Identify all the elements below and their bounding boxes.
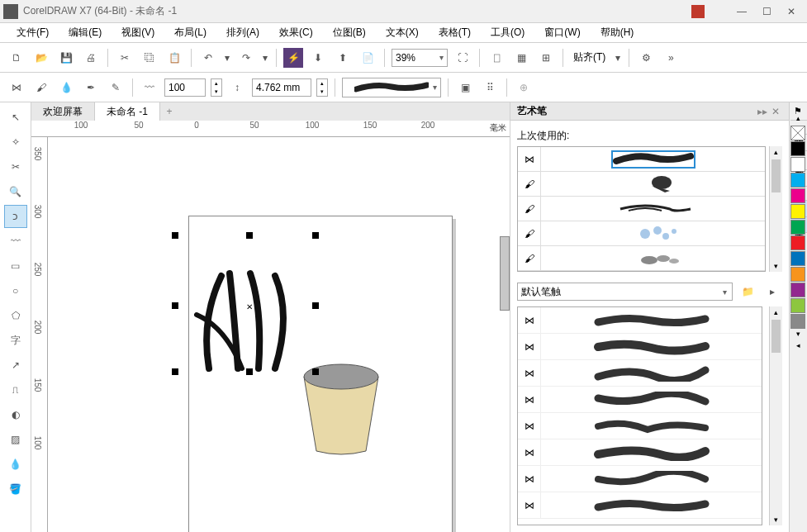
print-icon[interactable]: 🖨 xyxy=(81,48,101,68)
smoothing-icon[interactable]: 〰 xyxy=(140,78,159,97)
recent-scrollbar[interactable]: ▴ ▾ xyxy=(769,146,782,272)
preset-category-select[interactable]: 默认笔触 xyxy=(517,283,733,301)
selection-handle[interactable] xyxy=(172,302,178,309)
menu-effect[interactable]: 效果(C) xyxy=(269,26,323,40)
scroll-thumb[interactable] xyxy=(771,159,781,192)
stroke-preset-item[interactable] xyxy=(541,387,762,412)
menu-tools[interactable]: 工具(O) xyxy=(481,26,534,40)
scroll-up-icon[interactable]: ▴ xyxy=(770,306,782,318)
selection-handle[interactable] xyxy=(172,368,178,375)
undo-dropdown-icon[interactable]: ▾ xyxy=(223,48,231,68)
pressure-mode-icon[interactable]: ✎ xyxy=(106,78,126,97)
selection-handle[interactable] xyxy=(312,302,319,309)
stroke-preset-item[interactable] xyxy=(541,466,762,492)
preset-more-icon[interactable]: ▸ xyxy=(762,282,782,302)
fullscreen-icon[interactable]: ⛶ xyxy=(453,48,472,68)
tab-welcome[interactable]: 欢迎屏幕 xyxy=(31,102,95,121)
show-guides-icon[interactable]: ⊞ xyxy=(536,48,556,68)
stroke-scrollbar[interactable]: ▴ ▾ xyxy=(769,306,782,525)
recent-brush-item[interactable] xyxy=(541,221,765,246)
color-swatch[interactable] xyxy=(790,173,805,188)
redo-icon[interactable]: ↷ xyxy=(236,48,256,68)
width-spinner[interactable]: ▴▾ xyxy=(316,78,328,97)
shape-tool-icon[interactable]: ✧ xyxy=(4,131,27,154)
freehand-tool-icon[interactable]: ɔ xyxy=(4,205,27,228)
preset-mode-icon[interactable]: ⋈ xyxy=(7,78,26,97)
selection-handle[interactable] xyxy=(312,368,319,375)
tab-document[interactable]: 未命名 -1 xyxy=(95,102,160,121)
selection-handle[interactable] xyxy=(312,232,319,239)
color-swatch[interactable] xyxy=(790,283,805,297)
menu-window[interactable]: 窗口(W) xyxy=(534,26,590,40)
polygon-tool-icon[interactable]: ⬠ xyxy=(4,304,27,327)
ellipse-tool-icon[interactable]: ○ xyxy=(4,279,27,302)
palette-expand-icon[interactable]: ◂ xyxy=(790,341,805,353)
user-icon[interactable] xyxy=(691,5,705,18)
undo-icon[interactable]: ↶ xyxy=(198,48,218,68)
import-icon[interactable]: ⬇ xyxy=(308,48,328,68)
width-input[interactable]: 4.762 mm xyxy=(252,78,311,97)
export-icon[interactable]: ⬆ xyxy=(333,48,353,68)
show-rulers-icon[interactable]: ⎕ xyxy=(487,48,506,68)
selection-handle[interactable] xyxy=(246,232,253,239)
stroke-preset-item[interactable] xyxy=(541,413,762,439)
text-tool-icon[interactable]: 字 xyxy=(4,329,27,352)
brush-mode-icon[interactable]: 🖌 xyxy=(31,78,51,97)
selection-handle[interactable] xyxy=(172,232,178,239)
artistic-media-tool-icon[interactable]: 〰 xyxy=(4,230,27,253)
sprayer-mode-icon[interactable]: 💧 xyxy=(56,78,76,97)
palette-up-icon[interactable]: ▴ xyxy=(790,114,805,126)
copy-icon[interactable]: ⿻ xyxy=(140,48,159,68)
palette-down-icon[interactable]: ▾ xyxy=(790,330,805,341)
show-grid-icon[interactable]: ▦ xyxy=(511,48,531,68)
rectangle-tool-icon[interactable]: ▭ xyxy=(4,254,27,278)
canvas-scrollbar[interactable] xyxy=(500,236,510,311)
stroke-preset-item[interactable] xyxy=(541,439,762,465)
bounding-box-icon[interactable]: ▣ xyxy=(455,78,475,97)
scroll-thumb[interactable] xyxy=(771,320,781,353)
width-icon[interactable]: ↕ xyxy=(227,78,247,97)
scroll-down-icon[interactable]: ▾ xyxy=(770,260,782,272)
crop-tool-icon[interactable]: ✂ xyxy=(4,155,27,178)
menu-bitmap[interactable]: 位图(B) xyxy=(323,26,376,40)
save-icon[interactable]: 💾 xyxy=(56,48,76,68)
menu-file[interactable]: 文件(F) xyxy=(7,26,59,40)
drawn-cup[interactable] xyxy=(296,360,387,459)
ruler-horizontal[interactable]: 毫米 100 50 0 50 100 150 200 xyxy=(31,121,510,137)
add-preset-icon[interactable]: ⊕ xyxy=(514,78,534,97)
color-swatch[interactable] xyxy=(790,141,805,156)
menu-arrange[interactable]: 排列(A) xyxy=(216,26,269,40)
smoothing-input[interactable]: 100 xyxy=(164,78,206,97)
browse-folder-icon[interactable]: 📁 xyxy=(738,282,757,302)
close-button[interactable]: ✕ xyxy=(779,2,804,21)
color-swatch[interactable] xyxy=(790,204,805,219)
calligraphic-mode-icon[interactable]: ✒ xyxy=(81,78,101,97)
snap-label[interactable]: 贴齐(T) xyxy=(570,50,609,64)
minimize-button[interactable]: — xyxy=(729,2,754,21)
menu-table[interactable]: 表格(T) xyxy=(429,26,481,40)
options-icon[interactable]: ⚙ xyxy=(636,48,656,68)
redo-dropdown-icon[interactable]: ▾ xyxy=(261,48,269,68)
cut-icon[interactable]: ✂ xyxy=(115,48,135,68)
color-swatch[interactable] xyxy=(790,267,805,282)
zoom-tool-icon[interactable]: 🔍 xyxy=(4,180,27,203)
ruler-vertical[interactable]: 350 300 250 200 150 100 xyxy=(31,137,48,532)
fill-tool-icon[interactable]: 🪣 xyxy=(4,477,27,501)
stroke-preset-item[interactable] xyxy=(541,360,762,386)
maximize-button[interactable]: ☐ xyxy=(754,2,779,21)
recent-brush-item[interactable] xyxy=(541,147,765,172)
overflow-icon[interactable]: » xyxy=(661,48,681,68)
new-icon[interactable]: 🗋 xyxy=(7,48,26,68)
menu-edit[interactable]: 编辑(E) xyxy=(59,26,112,40)
drop-shadow-tool-icon[interactable]: ◐ xyxy=(4,403,27,426)
snap-dropdown-icon[interactable]: ▾ xyxy=(614,48,622,68)
menu-help[interactable]: 帮助(H) xyxy=(591,26,644,40)
scroll-down-icon[interactable]: ▾ xyxy=(770,514,782,525)
color-swatch[interactable] xyxy=(790,235,805,250)
search-icon[interactable]: ⚡ xyxy=(283,48,303,68)
scale-with-icon[interactable]: ⠿ xyxy=(480,78,500,97)
smoothing-spinner[interactable]: ▴▾ xyxy=(211,78,222,97)
paste-icon[interactable]: 📋 xyxy=(164,48,184,68)
canvas[interactable]: ✕ xyxy=(48,137,510,532)
color-swatch[interactable] xyxy=(790,220,805,235)
